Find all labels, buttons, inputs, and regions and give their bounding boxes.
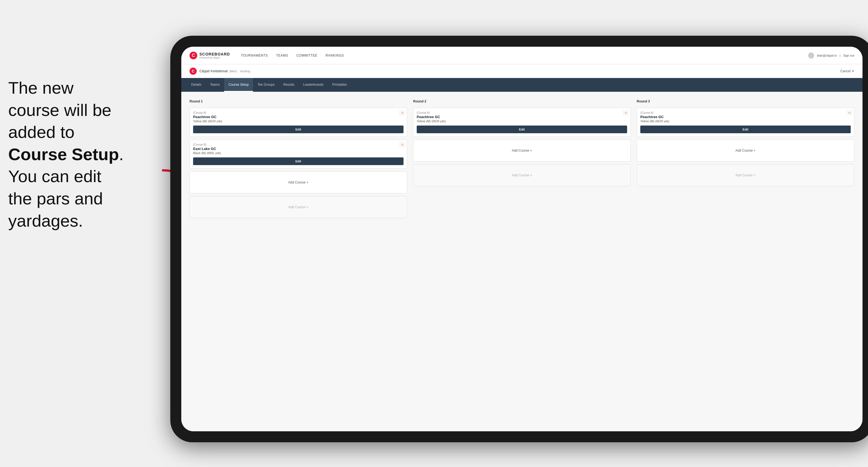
nav-rankings[interactable]: RANKINGS (326, 54, 344, 57)
annotation-left: The new course will be added to Course S… (8, 77, 151, 232)
course-tee-r3-a: Yellow (M) (6629 yds) (640, 120, 851, 123)
round-1-title: Round 1 (189, 99, 407, 103)
add-course-r3-disabled-label: Add Course + (735, 173, 756, 177)
logo-text: SCOREBOARD Powered by clippd (199, 52, 230, 59)
course-name-r2-a: Peachtree GC (417, 115, 627, 119)
add-course-r3-button[interactable]: Add Course + (637, 139, 854, 161)
delete-r2-a-button[interactable]: ⊟ (623, 110, 628, 115)
user-email: blair@clippd.io (817, 54, 837, 57)
sign-out-link[interactable]: Sign out (843, 54, 854, 57)
tournament-logo: C (189, 68, 197, 75)
course-card-r1-b: ⊟ (Course B) East Lake GC Black (M) (689… (189, 139, 407, 169)
nav-teams[interactable]: TEAMS (276, 54, 288, 57)
nav-right: blair@clippd.io | Sign out (808, 53, 854, 59)
course-label-r2-a: (Course A) (417, 111, 627, 114)
add-course-r3-label: Add Course + (735, 149, 756, 152)
course-name-r3-a: Peachtree GC (640, 115, 851, 119)
add-course-r1-label: Add Course + (288, 181, 308, 184)
tab-course-setup[interactable]: Course Setup (224, 78, 253, 92)
add-course-r1-disabled: Add Course + (189, 196, 407, 218)
round-2-column: Round 2 ⊟ (Course A) Peachtree GC Yellow… (413, 99, 631, 218)
course-label-r1-a: (Course A) (193, 111, 404, 114)
logo-icon: C (189, 52, 197, 59)
course-tee-r1-a: Yellow (M) (6629 yds) (193, 120, 404, 123)
tournament-bar: C Clippd Invitational (Men) Hosting Canc… (181, 64, 863, 78)
edit-r1-b-button[interactable]: Edit (193, 157, 404, 165)
course-card-r1-a: ⊟ (Course A) Peachtree GC Yellow (M) (66… (189, 108, 407, 137)
tab-details[interactable]: Details (187, 78, 206, 92)
course-name-r1-b: East Lake GC (193, 147, 404, 151)
tablet-screen: C SCOREBOARD Powered by clippd TOURNAMEN… (181, 47, 863, 431)
tournament-status: Hosting (240, 69, 250, 73)
add-course-r2-disabled-label: Add Course + (512, 173, 532, 177)
tab-results[interactable]: Results (279, 78, 299, 92)
nav-links: TOURNAMENTS TEAMS COMMITTEE RANKINGS (241, 54, 808, 57)
add-course-r3-disabled: Add Course + (637, 164, 854, 186)
tab-tee-groups[interactable]: Tee Groups (253, 78, 279, 92)
edit-r3-a-button[interactable]: Edit (640, 126, 851, 133)
nav-tournaments[interactable]: TOURNAMENTS (241, 54, 268, 57)
cancel-button[interactable]: Cancel ✕ (840, 69, 854, 73)
edit-r1-a-button[interactable]: Edit (193, 126, 404, 133)
round-3-title: Round 3 (637, 99, 854, 103)
rounds-grid: Round 1 ⊟ (Course A) Peachtree GC Yellow… (189, 99, 854, 218)
edit-r2-a-button[interactable]: Edit (417, 126, 627, 133)
tab-teams[interactable]: Teams (206, 78, 224, 92)
round-1-column: Round 1 ⊟ (Course A) Peachtree GC Yellow… (189, 99, 407, 218)
top-nav: C SCOREBOARD Powered by clippd TOURNAMEN… (181, 47, 863, 64)
tournament-type: (Men) (229, 69, 237, 73)
add-course-r2-button[interactable]: Add Course + (413, 139, 631, 161)
course-tee-r2-a: Yellow (M) (6629 yds) (417, 120, 627, 123)
nav-separator: | (840, 54, 840, 57)
course-label-r1-b: (Course B) (193, 143, 404, 146)
add-course-r2-label: Add Course + (512, 149, 532, 152)
delete-r1-b-button[interactable]: ⊟ (400, 142, 405, 147)
delete-r1-a-button[interactable]: ⊟ (400, 110, 405, 115)
add-course-r1-button[interactable]: Add Course + (189, 172, 407, 193)
course-name-r1-a: Peachtree GC (193, 115, 404, 119)
delete-r3-a-button[interactable]: ⊟ (847, 110, 852, 115)
course-label-r3-a: (Course A) (640, 111, 851, 114)
round-3-column: Round 3 ⊟ (Course A) Peachtree GC Yellow… (637, 99, 854, 218)
main-content: Round 1 ⊟ (Course A) Peachtree GC Yellow… (181, 92, 863, 431)
course-tee-r1-b: Black (M) (6891 yds) (193, 151, 404, 155)
add-course-r1-disabled-label: Add Course + (288, 205, 308, 209)
nav-committee[interactable]: COMMITTEE (297, 54, 317, 57)
add-course-r2-disabled: Add Course + (413, 164, 631, 186)
nav-logo: C SCOREBOARD Powered by clippd (189, 52, 230, 59)
course-card-r3-a: ⊟ (Course A) Peachtree GC Yellow (M) (66… (637, 108, 854, 137)
tournament-name: Clippd Invitational (199, 69, 228, 73)
course-card-r2-a: ⊟ (Course A) Peachtree GC Yellow (M) (66… (413, 108, 631, 137)
tab-leaderboards[interactable]: Leaderboards (299, 78, 328, 92)
round-2-title: Round 2 (413, 99, 631, 103)
tab-printables[interactable]: Printables (328, 78, 351, 92)
tab-bar: Details Teams Course Setup Tee Groups Re… (181, 78, 863, 92)
tablet-frame: C SCOREBOARD Powered by clippd TOURNAMEN… (170, 36, 868, 442)
user-avatar (808, 53, 814, 59)
